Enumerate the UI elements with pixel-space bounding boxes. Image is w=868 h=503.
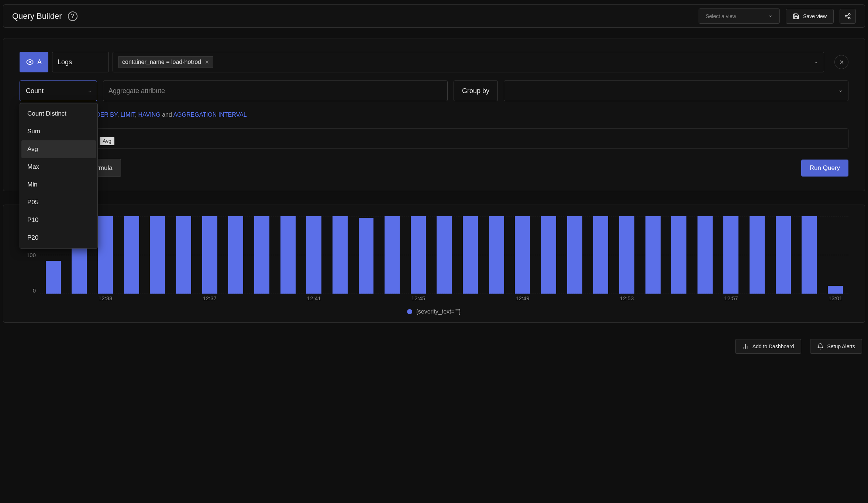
dropdown-item[interactable]: Min: [21, 176, 96, 194]
bar[interactable]: [46, 261, 61, 294]
source-select[interactable]: Logs: [52, 52, 109, 72]
bar[interactable]: [254, 216, 269, 294]
bar[interactable]: [359, 218, 374, 294]
bar[interactable]: [150, 216, 165, 294]
bar-slot: [405, 216, 431, 294]
bar[interactable]: [280, 216, 296, 294]
aggregation-interval-link[interactable]: AGGREGATION INTERVAL: [173, 112, 247, 118]
dropdown-item[interactable]: Max: [21, 158, 96, 176]
aggregate-function-select[interactable]: ⌄ Count DistinctSumAvgMaxMinP05P10P20 Av…: [20, 81, 97, 101]
query-options-row: for ORDER BY, LIMIT, HAVING and AGGREGAT…: [79, 112, 848, 118]
share-button[interactable]: [840, 9, 856, 24]
bar[interactable]: [619, 216, 634, 294]
bar-slot: [640, 216, 666, 294]
bar[interactable]: [645, 216, 661, 294]
x-tick: 12:57: [724, 295, 738, 301]
bar[interactable]: [567, 216, 582, 294]
query-actions-row: ＋ Query ＋ Formula Run Query: [20, 159, 848, 177]
add-to-dashboard-button[interactable]: Add to Dashboard: [735, 339, 801, 354]
bar[interactable]: [593, 216, 608, 294]
bar-slot: [510, 216, 536, 294]
bar[interactable]: [411, 216, 426, 294]
bar[interactable]: [541, 216, 556, 294]
svg-point-5: [29, 61, 31, 63]
bar-slot: [170, 216, 197, 294]
dropdown-item[interactable]: Sum: [21, 123, 96, 140]
bar-slot: [145, 216, 171, 294]
bar[interactable]: [671, 216, 686, 294]
aggregate-function-input[interactable]: [25, 87, 88, 95]
save-view-button[interactable]: Save view: [786, 9, 834, 24]
bar-slot: [379, 216, 405, 294]
bar-slot: [614, 216, 640, 294]
dropdown-item[interactable]: P10: [21, 211, 96, 229]
select-view-dropdown[interactable]: Select a view: [699, 8, 780, 24]
add-to-dashboard-label: Add to Dashboard: [752, 343, 794, 349]
setup-alerts-button[interactable]: Setup Alerts: [810, 339, 862, 354]
bar[interactable]: [802, 216, 817, 294]
remove-query-button[interactable]: ✕: [834, 55, 848, 69]
bar[interactable]: [828, 286, 843, 294]
x-tick: 12:33: [99, 295, 113, 301]
run-query-button[interactable]: Run Query: [801, 160, 848, 177]
bar[interactable]: [776, 216, 791, 294]
bar-slot: [301, 216, 327, 294]
group-by-label: Group by: [454, 81, 498, 101]
bar[interactable]: [202, 216, 217, 294]
bar-slot: [223, 216, 249, 294]
bar-slot: [275, 216, 301, 294]
limit-link[interactable]: LIMIT: [121, 112, 135, 118]
bar-slot: [718, 216, 744, 294]
having-link[interactable]: HAVING: [138, 112, 161, 118]
bar[interactable]: [723, 216, 738, 294]
close-icon[interactable]: ✕: [205, 59, 209, 65]
bar[interactable]: [228, 216, 243, 294]
help-icon[interactable]: ?: [68, 11, 78, 21]
y-tick: 0: [33, 287, 36, 294]
footer-actions: Add to Dashboard Setup Alerts: [3, 339, 865, 354]
dropdown-item[interactable]: P20: [21, 229, 96, 247]
bar[interactable]: [489, 216, 504, 294]
bar-slot: [483, 216, 510, 294]
x-axis: 12:3312:3712:4112:4512:4912:5312:5713:01: [40, 295, 848, 305]
bar-slot: [249, 216, 275, 294]
query-badge[interactable]: A: [20, 52, 48, 72]
bar[interactable]: [98, 216, 113, 294]
bar[interactable]: [385, 216, 400, 294]
eye-icon: [26, 58, 34, 66]
dropdown-item[interactable]: Count Distinct: [21, 105, 96, 123]
query-panel: A Logs container_name = load-hotrod ✕ ✕ …: [3, 38, 865, 191]
bar[interactable]: [698, 216, 713, 294]
bar-slot: [353, 216, 379, 294]
bars-container: [40, 216, 848, 294]
save-icon: [793, 13, 799, 20]
aggregate-attribute-input[interactable]: Aggregate attribute: [103, 81, 448, 101]
bar[interactable]: [306, 216, 321, 294]
aggregate-function-dropdown[interactable]: Count DistinctSumAvgMaxMinP05P10P20: [20, 103, 98, 249]
bar-slot: [770, 216, 796, 294]
x-tick: 12:41: [307, 295, 321, 301]
svg-point-1: [845, 15, 847, 17]
bar[interactable]: [437, 216, 452, 294]
bar[interactable]: [124, 216, 139, 294]
bar[interactable]: [463, 216, 478, 294]
chevron-down-icon: [814, 59, 819, 66]
x-tick: 12:53: [620, 295, 634, 301]
legend-format-input[interactable]: Legend Format: [20, 129, 848, 148]
bar[interactable]: [333, 216, 348, 294]
dropdown-item[interactable]: Avg: [21, 140, 96, 158]
filter-input[interactable]: container_name = load-hotrod ✕: [113, 52, 824, 72]
bar[interactable]: [515, 216, 530, 294]
bar-slot: [822, 216, 848, 294]
header-bar: Query Builder ? Select a view Save view: [3, 4, 865, 28]
dropdown-item[interactable]: P05: [21, 194, 96, 211]
run-query-label: Run Query: [810, 164, 840, 172]
svg-line-4: [847, 17, 848, 18]
bar-slot: [796, 216, 823, 294]
filter-chip-text: container_name = load-hotrod: [122, 59, 201, 65]
bar[interactable]: [176, 216, 191, 294]
bar-slot: [666, 216, 692, 294]
bar[interactable]: [750, 216, 765, 294]
filter-chip[interactable]: container_name = load-hotrod ✕: [118, 56, 213, 68]
group-by-input[interactable]: [504, 81, 848, 101]
